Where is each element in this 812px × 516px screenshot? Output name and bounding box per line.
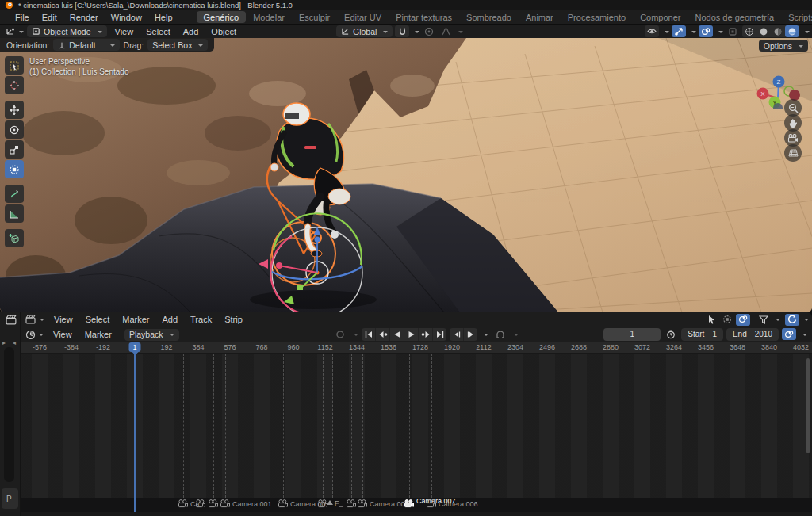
current-frame-field[interactable]: 1 [603, 328, 661, 341]
marker-row[interactable]: Ca Camera.001 Camera.00 F_ [0, 498, 812, 512]
collapse-left-arrow[interactable]: ◂ [13, 339, 16, 346]
seq-overlays-icon[interactable] [736, 314, 750, 326]
workspace-tab[interactable]: Scripts [781, 11, 812, 23]
timeline-menu-item[interactable]: View [47, 329, 79, 340]
annotate-tool[interactable] [5, 185, 24, 203]
playback-menu[interactable]: Playback [124, 329, 179, 341]
viewport-scene[interactable] [0, 38, 812, 312]
workspace-tab[interactable]: Procesamiento [561, 11, 633, 23]
menu-item[interactable]: Edit [36, 12, 63, 23]
orientation-selector[interactable]: Default [53, 39, 119, 51]
keying-set-icon[interactable] [493, 328, 508, 340]
playhead-frame-badge[interactable]: 1 [128, 342, 140, 352]
workspace-tab[interactable]: Componer [633, 11, 688, 23]
viewport-menu-item[interactable]: View [109, 26, 140, 37]
drag-selector[interactable]: Select Box [147, 39, 208, 51]
start-frame-field[interactable]: Start 1 [681, 328, 723, 341]
rotate-tool[interactable] [5, 120, 24, 139]
sequencer-menu-item[interactable]: View [48, 314, 79, 325]
expand-right-arrow[interactable]: ▸ [2, 339, 6, 346]
viewport-menu-item[interactable]: Object [205, 26, 243, 37]
workspace-tab[interactable]: Pintar texturas [389, 11, 459, 23]
shading-material-icon[interactable] [771, 25, 785, 37]
playhead[interactable] [134, 351, 136, 512]
jump-to-end-button[interactable] [433, 328, 446, 341]
sequencer-editor-type-button[interactable] [25, 315, 44, 324]
sync-range-icon[interactable] [782, 328, 796, 340]
scale-tool[interactable] [5, 140, 24, 159]
toggle-xray-icon[interactable] [726, 25, 740, 37]
seq-gizmo-icon[interactable] [720, 314, 734, 326]
workspace-tab[interactable]: Sombreado [459, 11, 519, 23]
ruler-tick: 2112 [476, 343, 491, 351]
mode-selector[interactable]: Object Mode [27, 25, 107, 37]
move-tool[interactable] [5, 101, 24, 119]
next-frame-button[interactable] [464, 328, 477, 341]
shading-solid-icon[interactable] [756, 25, 771, 37]
workspace-tab[interactable]: Genérico [197, 11, 247, 23]
timeline-scrollbar[interactable] [806, 358, 810, 453]
ruler-tick: 4032 [793, 343, 809, 351]
camera-marker[interactable]: Camera.005 [357, 499, 409, 508]
menu-item[interactable]: File [9, 12, 36, 23]
show-gizmo-icon[interactable] [672, 25, 686, 37]
proportional-editing-icon[interactable] [422, 25, 436, 37]
ruler-tick: 2496 [539, 343, 555, 351]
sequencer-menu-item[interactable]: Track [184, 314, 218, 325]
cursor-tool[interactable] [5, 76, 24, 94]
jump-next-keyframe-button[interactable] [419, 328, 432, 341]
shading-wireframe-icon[interactable] [742, 25, 756, 37]
menu-item[interactable]: Help [148, 12, 179, 23]
transform-tool[interactable] [5, 160, 24, 178]
prev-frame-button[interactable] [450, 328, 463, 341]
add-cube-tool[interactable] [5, 229, 24, 247]
workspace-tab[interactable]: Esculpir [292, 11, 337, 23]
shading-rendered-icon[interactable] [785, 25, 799, 37]
sequencer-menu-item[interactable]: Add [155, 314, 184, 325]
editor-type-button[interactable] [5, 26, 24, 36]
timeline-ruler[interactable]: -576-384-1921192384576768960115213441536… [0, 342, 812, 354]
timeline-editor-type-button[interactable] [25, 330, 44, 340]
camera-marker[interactable]: Camera.001 [220, 499, 272, 508]
preview-range-icon[interactable] [664, 328, 678, 340]
proportional-falloff-icon[interactable] [439, 25, 453, 37]
collapsed-panel-tab[interactable]: P [2, 488, 18, 509]
workspace-tab[interactable]: Modelar [246, 11, 292, 23]
clapperboard-icon[interactable] [6, 315, 17, 325]
seq-snapping-icon[interactable] [785, 314, 799, 326]
camera-marker[interactable]: F_ [327, 499, 343, 507]
viewport-menu-item[interactable]: Select [140, 26, 177, 37]
play-reverse-button[interactable] [390, 328, 404, 341]
channel-scroll-column[interactable] [4, 347, 14, 482]
camera-marker[interactable]: Camera.006 [426, 499, 478, 508]
sequencer-menu-item[interactable]: Marker [116, 314, 155, 325]
menu-item[interactable]: Window [105, 12, 148, 23]
workspace-tab[interactable]: Animar [519, 11, 561, 23]
svg-text:X: X [760, 90, 765, 97]
toggle-perspective-icon[interactable] [784, 144, 802, 162]
play-button[interactable] [404, 328, 418, 341]
transform-orientation-selector[interactable]: Global [336, 25, 393, 37]
menu-item[interactable]: Render [63, 12, 105, 23]
viewport-menu-item[interactable]: Add [177, 26, 205, 37]
sequencer-menu-item[interactable]: Select [79, 314, 117, 325]
snapping-icon[interactable] [395, 25, 409, 37]
timeline-menu-item[interactable]: Marker [79, 329, 118, 340]
camera-marker[interactable] [208, 499, 220, 508]
measure-tool[interactable] [5, 204, 24, 223]
jump-prev-keyframe-button[interactable] [376, 328, 389, 341]
filter-icon[interactable] [756, 314, 771, 326]
timeline-body[interactable] [0, 354, 812, 498]
sequencer-menu-item[interactable]: Strip [218, 314, 249, 325]
jump-to-start-button[interactable] [362, 328, 375, 341]
workspace-tab[interactable]: Editar UV [337, 11, 389, 23]
end-frame-field[interactable]: End 2010 [726, 328, 779, 341]
camera-marker[interactable] [195, 499, 208, 508]
show-overlays-icon[interactable] [699, 25, 713, 37]
auto-keying-icon[interactable] [333, 328, 347, 340]
select-box-tool[interactable] [5, 56, 24, 75]
workspace-tab[interactable]: Nodos de geometría [688, 11, 782, 23]
show-object-types-icon[interactable] [645, 25, 659, 37]
seq-select-tool-icon[interactable] [704, 314, 718, 326]
options-button[interactable]: Options [759, 40, 808, 52]
